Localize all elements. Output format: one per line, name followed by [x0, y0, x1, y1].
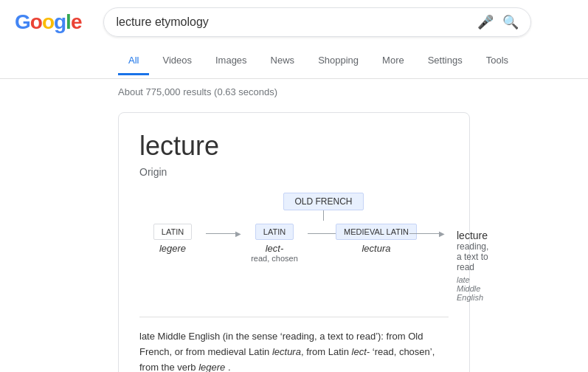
word-title: lecture — [139, 131, 449, 162]
latin1-label: LATIN — [153, 224, 192, 240]
etymology-text: late Middle English (in the sense ‘readi… — [139, 317, 449, 372]
tab-videos[interactable]: Videos — [152, 47, 202, 75]
etymology-diagram: OLD FRENCH LATIN legere LATIN lect- — [139, 193, 449, 302]
arrow1-icon — [206, 230, 241, 238]
latin1-node: LATIN legere — [139, 224, 206, 254]
search-bar: 🎤 🔍 — [103, 7, 531, 37]
final-period: late Middle English — [457, 275, 488, 302]
tab-shopping[interactable]: Shopping — [308, 47, 369, 75]
tab-all[interactable]: All — [118, 47, 149, 75]
etymology-card: lecture Origin OLD FRENCH LATIN legere — [118, 112, 470, 372]
latin2-node: LATIN lect- read, chosen — [241, 224, 308, 263]
arrow1 — [206, 224, 241, 238]
header: Google 🎤 🔍 — [0, 0, 588, 44]
medieval-word: lectura — [362, 243, 390, 254]
nav-tabs: All Videos Images News Shopping More Set… — [0, 44, 588, 79]
microphone-icon[interactable]: 🎤 — [477, 14, 494, 30]
latin2-word: lect- — [266, 243, 284, 254]
arrow3-icon — [409, 230, 445, 238]
latin2-label: LATIN — [255, 224, 294, 240]
old-french-node: OLD FRENCH — [283, 193, 363, 210]
word-section: Origin — [139, 166, 449, 178]
arrow3 — [409, 224, 445, 238]
search-input[interactable] — [116, 16, 477, 29]
nav-right: Settings Tools — [418, 47, 519, 75]
tab-news[interactable]: News — [260, 47, 305, 75]
tab-tools[interactable]: Tools — [476, 47, 519, 75]
search-icons: 🎤 🔍 — [477, 14, 519, 30]
final-word: lecture — [457, 230, 488, 241]
google-logo: Google — [15, 10, 81, 34]
final-meaning: reading, a text to read — [457, 241, 488, 272]
tab-images[interactable]: Images — [205, 47, 257, 75]
main-content: lecture Origin OLD FRENCH LATIN legere — [0, 105, 588, 372]
search-icon[interactable]: 🔍 — [502, 14, 519, 30]
tab-settings[interactable]: Settings — [418, 47, 473, 75]
latin2-meaning: read, chosen — [251, 254, 298, 263]
final-node: lecture reading, a text to read late Mid… — [445, 224, 488, 302]
results-info: About 775,000 results (0.63 seconds) — [0, 79, 588, 105]
tab-more[interactable]: More — [372, 47, 415, 75]
medieval-node: MEDIEVAL LATIN lectura — [343, 224, 409, 254]
description-text: late Middle English (in the sense ‘readi… — [139, 331, 435, 372]
latin1-word: legere — [159, 243, 186, 254]
medieval-label: MEDIEVAL LATIN — [336, 224, 417, 240]
